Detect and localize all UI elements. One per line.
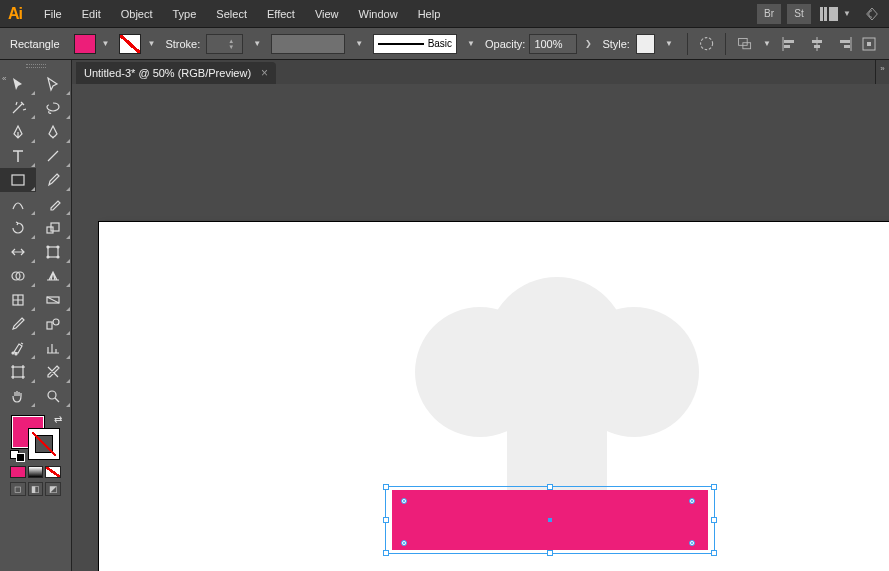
- bridge-icon[interactable]: Br: [757, 4, 781, 24]
- resize-handle-ne[interactable]: [711, 484, 717, 490]
- transform-panel-icon[interactable]: [859, 35, 879, 53]
- lasso-tool[interactable]: [36, 96, 72, 120]
- blend-tool[interactable]: [36, 312, 72, 336]
- close-tab-icon[interactable]: ×: [261, 66, 268, 80]
- stroke-color-swatch[interactable]: [119, 34, 141, 54]
- selection-tool[interactable]: [0, 72, 36, 96]
- resize-handle-se[interactable]: [711, 550, 717, 556]
- curvature-tool[interactable]: [36, 120, 72, 144]
- line-segment-tool[interactable]: [36, 144, 72, 168]
- stroke-weight-dropdown[interactable]: ▼: [249, 39, 265, 48]
- direct-selection-tool[interactable]: [36, 72, 72, 96]
- graphic-style-thumb[interactable]: [636, 34, 655, 54]
- draw-behind-button[interactable]: ◧: [28, 482, 44, 496]
- column-graph-tool[interactable]: [36, 336, 72, 360]
- align-right-icon[interactable]: [833, 35, 853, 53]
- magic-wand-tool[interactable]: [0, 96, 36, 120]
- shaper-tool[interactable]: [0, 192, 36, 216]
- svg-rect-9: [840, 40, 850, 43]
- sync-settings-icon[interactable]: [863, 5, 881, 23]
- align-to-caret[interactable]: ▼: [759, 39, 775, 48]
- brush-definition-dropdown[interactable]: ▼: [463, 39, 479, 48]
- menu-select[interactable]: Select: [206, 0, 257, 28]
- resize-handle-e[interactable]: [711, 517, 717, 523]
- menu-edit[interactable]: Edit: [72, 0, 111, 28]
- recolor-artwork-icon[interactable]: [698, 35, 715, 53]
- resize-handle-w[interactable]: [383, 517, 389, 523]
- mesh-tool[interactable]: [0, 288, 36, 312]
- svg-point-0: [700, 37, 712, 49]
- brush-definition[interactable]: Basic: [373, 34, 457, 54]
- opacity-input[interactable]: 100%: [529, 34, 577, 54]
- anchor-point[interactable]: [689, 498, 695, 504]
- draw-normal-button[interactable]: ◻: [10, 482, 26, 496]
- resize-handle-sw[interactable]: [383, 550, 389, 556]
- align-to-dropdown[interactable]: [736, 35, 753, 53]
- eraser-tool[interactable]: [36, 192, 72, 216]
- panel-grip[interactable]: [0, 60, 71, 72]
- resize-handle-s[interactable]: [547, 550, 553, 556]
- menu-view[interactable]: View: [305, 0, 349, 28]
- shape-builder-tool[interactable]: [0, 264, 36, 288]
- gradient-tool[interactable]: [36, 288, 72, 312]
- canvas-area[interactable]: [72, 84, 889, 571]
- arrange-documents-button[interactable]: ▼: [820, 7, 851, 21]
- anchor-point[interactable]: [401, 540, 407, 546]
- color-solid-button[interactable]: [10, 466, 26, 478]
- pen-tool[interactable]: [0, 120, 36, 144]
- document-tab[interactable]: Untitled-3* @ 50% (RGB/Preview) ×: [76, 62, 276, 84]
- color-none-button[interactable]: [45, 466, 61, 478]
- hand-tool[interactable]: [0, 384, 36, 408]
- stroke-color-dropdown[interactable]: ▼: [143, 39, 159, 48]
- artboard[interactable]: [99, 222, 889, 571]
- draw-inside-button[interactable]: ◩: [45, 482, 61, 496]
- variable-width-profile[interactable]: [271, 34, 345, 54]
- default-fill-stroke-icon[interactable]: [10, 450, 25, 462]
- stroke-weight-input[interactable]: ▲▼: [206, 34, 243, 54]
- svg-rect-30: [13, 367, 23, 377]
- artboard-tool[interactable]: [0, 360, 36, 384]
- resize-handle-nw[interactable]: [383, 484, 389, 490]
- fill-color-dropdown[interactable]: ▼: [98, 39, 114, 48]
- rotate-tool[interactable]: [0, 216, 36, 240]
- swap-fill-stroke-icon[interactable]: ⇄: [54, 414, 62, 425]
- color-gradient-button[interactable]: [28, 466, 44, 478]
- menu-effect[interactable]: Effect: [257, 0, 305, 28]
- anchor-point[interactable]: [401, 498, 407, 504]
- slice-tool[interactable]: [36, 360, 72, 384]
- type-tool[interactable]: [0, 144, 36, 168]
- menu-window[interactable]: Window: [349, 0, 408, 28]
- svg-point-18: [47, 246, 49, 248]
- scale-tool[interactable]: [36, 216, 72, 240]
- paintbrush-tool[interactable]: [36, 168, 72, 192]
- expand-panels-icon[interactable]: »: [876, 64, 889, 73]
- stock-icon[interactable]: St: [787, 4, 811, 24]
- svg-rect-15: [47, 227, 53, 233]
- fill-color-swatch[interactable]: [74, 34, 96, 54]
- path-chef-hat-shape[interactable]: [415, 277, 699, 507]
- rectangle-tool[interactable]: [0, 168, 36, 192]
- graphic-style-dropdown[interactable]: ▼: [661, 39, 677, 48]
- perspective-grid-tool[interactable]: [36, 264, 72, 288]
- zoom-tool[interactable]: [36, 384, 72, 408]
- svg-rect-13: [867, 42, 871, 46]
- free-transform-tool[interactable]: [36, 240, 72, 264]
- menu-help[interactable]: Help: [408, 0, 451, 28]
- menu-file[interactable]: File: [34, 0, 72, 28]
- opacity-dropdown[interactable]: ❯: [581, 39, 596, 48]
- active-tool-label: Rectangle: [10, 38, 60, 50]
- svg-point-27: [53, 319, 59, 325]
- document-tab-title: Untitled-3* @ 50% (RGB/Preview): [84, 67, 251, 79]
- variable-width-dropdown[interactable]: ▼: [351, 39, 367, 48]
- align-center-icon[interactable]: [807, 35, 827, 53]
- menu-object[interactable]: Object: [111, 0, 163, 28]
- align-left-icon[interactable]: [781, 35, 801, 53]
- eyedropper-tool[interactable]: [0, 312, 36, 336]
- anchor-point[interactable]: [689, 540, 695, 546]
- selected-rectangle-shape[interactable]: [392, 490, 708, 550]
- stroke-swatch[interactable]: [28, 428, 60, 460]
- width-tool[interactable]: [0, 240, 36, 264]
- menu-type[interactable]: Type: [163, 0, 207, 28]
- svg-point-29: [15, 353, 17, 355]
- symbol-sprayer-tool[interactable]: [0, 336, 36, 360]
